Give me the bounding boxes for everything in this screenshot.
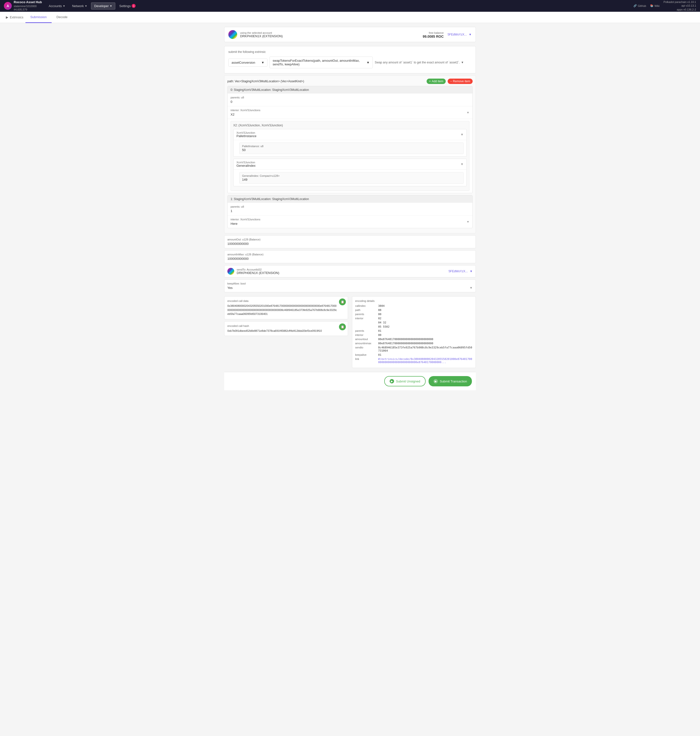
nav-developer[interactable]: Developer ▼ [91,3,115,10]
extrinsic-selectors: assetConversion ▼ swapTokensForExactToke… [228,57,472,68]
decode-link[interactable]: #/extrinsics/decode/0x380408000020432055… [378,358,472,364]
amount-out-field: amountOut: u128 (Balance) 100000000000 [224,235,476,248]
sendto-chevron-icon: ▼ [470,269,473,273]
enc-row-7: interior 00 [355,334,473,337]
encoded-call-data-card: encoded call data 0x38040800002043205550… [224,296,348,319]
interior-chevron-icon-0[interactable]: ▼ [466,111,469,114]
account-left: using the selected account DRKPH0EN1X (E… [228,30,283,39]
encoded-left: encoded call data 0x38040800002043205550… [224,296,348,368]
path-item-0-header: 0: StagingXcmV3MultiLocation: StagingXcm… [228,86,472,94]
account-right: free balance 99.0085 ROC 5FEdWoYzX... ▼ [423,31,472,38]
encoded-call-hash-card: encoded call hash 0xb7b091dbeed52b8e8871… [224,321,348,336]
amount-in-max-field: amountInMax: u128 (Balance) 100000000000 [224,250,476,263]
remove-item-button[interactable]: − Remove item [448,79,473,84]
enc-row-3: interior 02 [355,317,473,320]
main-content: using the selected account DRKPH0EN1X (E… [220,23,480,394]
junction-1: XcmV3Junction GeneralIndex ▼ GeneralInde… [233,159,467,186]
header-right-links: 🔗 GitHub 📚 Wiki Polkadot parachain v1.10… [634,0,696,12]
version-info: Polkadot parachain v1.10.1 api v10.13.1 … [663,0,696,12]
pallet-instance-field: PalletInstance: u8 50 [240,143,463,154]
submit-unsigned-icon: ▶ [390,379,394,383]
junction-0-chevron-icon[interactable]: ▼ [460,133,463,136]
module-chevron-icon: ▼ [261,61,264,65]
plus-icon: + [429,79,431,83]
encoding-details-card: encoding details callindex 3804 path 08 … [352,296,476,368]
enc-row-10: sendto 8c468946185e373fe925a767b908c8c9e… [355,346,473,352]
keep-alive-field: keepAlive: bool Yes ▼ [224,280,476,292]
app-logo: A [4,2,12,10]
address-chevron-icon: ▼ [469,33,472,36]
x2-section: X2: (XcmV3Junction, XcmV3Junction) XcmV3… [231,121,469,191]
general-index-field: GeneralIndex: Compact<u128> 149 [240,172,463,184]
github-icon: 🔗 [634,4,637,7]
path-section: path: Vec<StagingXcmV3MultiLocation> (Ve… [224,75,476,233]
path-title: path: Vec<StagingXcmV3MultiLocation> (Ve… [227,79,304,83]
path-item-1: 1: StagingXcmV3MultiLocation: StagingXcm… [227,195,473,228]
send-to-field: sendTo: AccountId32 DRKPH0EN1X (EXTENSIO… [224,265,476,277]
path-header: path: Vec<StagingXcmV3MultiLocation> (Ve… [227,79,473,84]
enc-row-11: keepalive 01 [355,353,473,356]
submit-transaction-button[interactable]: ▶ Submit Transaction [429,376,472,386]
account-address[interactable]: 5FEdWoYzX... ▼ [448,33,472,36]
minus-icon: − [450,79,452,83]
main-nav: Accounts ▼ Network ▼ Developer ▼ Setting… [46,3,631,10]
method-description: Swap any amount of `asset1` to get the e… [375,61,472,64]
method-chevron-icon: ▼ [366,61,369,65]
enc-row-1: path 08 [355,309,473,312]
enc-row-4: 04 32 [355,321,473,324]
settings-badge: 1 [132,4,135,8]
parents-field-0: parents: u8 0 [228,94,472,106]
extrinsic-form: submit the following extrinsic assetConv… [224,46,476,74]
tab-submission[interactable]: Submission [25,12,51,23]
wiki-link[interactable]: 📚 Wiki [650,4,660,7]
nav-settings[interactable]: Settings 1 [116,3,138,9]
junction-0: XcmV3Junction PalletInstance ▼ PalletIns… [233,129,467,157]
submit-transaction-icon: ▶ [434,379,438,383]
account-avatar [228,30,237,39]
enc-row-12: link #/extrinsics/decode/0x3804080000204… [355,358,473,364]
accounts-chevron-icon: ▼ [63,4,65,7]
parents-field-1: parents: u8 1 [228,203,472,215]
copy-call-data-button[interactable]: 📋 [339,299,346,305]
wiki-icon: 📚 [650,4,653,7]
balance-display: free balance 99.0085 ROC [423,31,444,38]
tabs-bar: ▶ Extrinsics Submission Decode [0,12,700,23]
footer-buttons: ▶ Submit Unsigned ▶ Submit Transaction [224,372,476,390]
encoded-section: encoded call data 0x38040800002043205550… [224,296,476,368]
interior-chevron-icon-1[interactable]: ▼ [466,220,469,224]
module-select[interactable]: assetConversion ▼ [228,59,268,66]
add-item-button[interactable]: + Add item [426,79,446,84]
extrinsics-icon: ▶ [6,15,8,19]
keepalive-chevron-icon[interactable]: ▼ [469,286,473,290]
nav-accounts[interactable]: Accounts ▼ [46,3,68,9]
junction-1-chevron-icon[interactable]: ▼ [460,162,463,166]
x2-header: X2: (XcmV3Junction, XcmV3Junction) [233,124,467,127]
tab-decode[interactable]: Decode [51,12,72,23]
interior-field-1: interior: XcmV3Junctions Here ▼ [228,215,472,228]
enc-row-6: parents 01 [355,329,473,333]
enc-row-8: amountout 00e876481700000000000000000000… [355,338,473,341]
app-header: A Rococo Asset Hub statemine/1010000 #4,… [0,0,700,12]
tab-prefix: ▶ Extrinsics [4,12,25,22]
path-item-1-header: 1: StagingXcmV3MultiLocation: StagingXcm… [228,196,472,203]
copy-call-hash-button[interactable]: 📋 [339,324,346,330]
app-info: Rococo Asset Hub statemine/1010000 #4,60… [14,0,42,11]
enc-row-0: callindex 3804 [355,304,473,308]
junction-1-inner: GeneralIndex: Compact<u128> 149 [234,170,466,186]
encoding-rows: callindex 3804 path 08 parents 00 interi… [355,304,473,364]
submit-unsigned-button[interactable]: ▶ Submit Unsigned [384,376,426,386]
enc-row-5: 05 5502 [355,325,473,328]
account-bar: using the selected account DRKPH0EN1X (E… [224,27,476,42]
junction-0-inner: PalletInstance: u8 50 [234,140,466,156]
github-link[interactable]: 🔗 GitHub [634,4,646,7]
desc-chevron-icon: ▼ [461,61,464,64]
account-info: using the selected account DRKPH0EN1X (E… [240,31,283,38]
path-action-buttons: + Add item − Remove item [426,79,473,84]
sendto-address[interactable]: 5FEdWoYzX... ▼ [449,269,473,273]
network-chevron-icon: ▼ [85,4,87,7]
method-select[interactable]: swapTokensForExactTokens(path, amountOut… [269,57,373,68]
sendto-avatar [227,268,234,275]
enc-row-2: parents 00 [355,313,473,316]
nav-network[interactable]: Network ▼ [69,3,90,9]
interior-field-0: interior: XcmV3Junctions X2 ▼ [228,106,472,119]
